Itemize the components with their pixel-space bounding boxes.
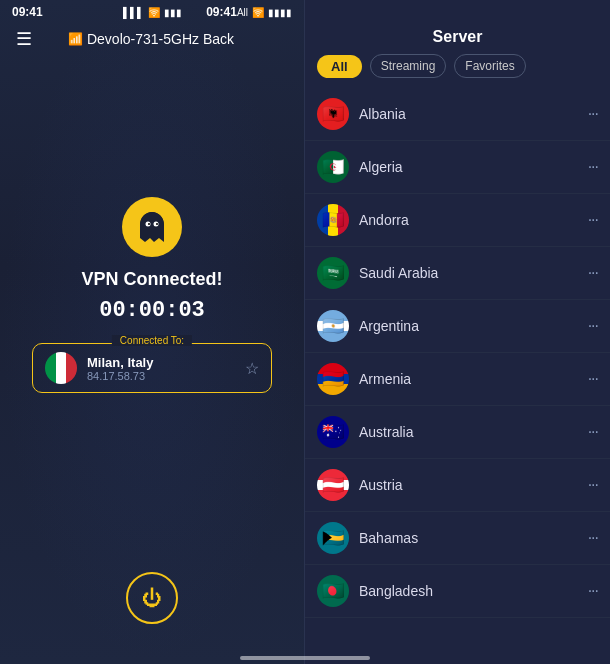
server-title: Server (433, 28, 483, 45)
country-flag: 🇧🇸 (317, 522, 349, 554)
country-flag: 🇸🇦 (317, 257, 349, 289)
wifi-icon-right: 🛜 (252, 7, 264, 18)
country-list-item[interactable]: 🇦🇱 Albania ··· (305, 88, 610, 141)
country-name: Saudi Arabia (359, 265, 578, 281)
vpn-timer: 00:00:03 (99, 298, 205, 323)
status-bar: 09:41 ▌▌▌ 🛜 ▮▮▮ 09:41 All 🛜 ▮▮▮▮ (0, 0, 304, 24)
country-name: Algeria (359, 159, 578, 175)
connected-to-label: Connected To: (112, 335, 192, 346)
country-flag: 🇦🇩 (317, 204, 349, 236)
country-name: Austria (359, 477, 578, 493)
network-name-display: 📶 Devolo-731-5GHz Back (68, 31, 234, 47)
country-name: Bangladesh (359, 583, 578, 599)
server-info: Milan, Italy 84.17.58.73 (87, 355, 235, 382)
tab-favorites[interactable]: Favorites (454, 54, 525, 78)
more-options-icon[interactable]: ··· (588, 529, 598, 547)
tab-all[interactable]: All (317, 55, 362, 78)
country-list-item[interactable]: 🇦🇷 Argentina ··· (305, 300, 610, 353)
status-bar-right: 09:41 All 🛜 ▮▮▮▮ (194, 5, 304, 19)
connected-server-row[interactable]: Milan, Italy 84.17.58.73 ☆ (45, 352, 259, 384)
left-panel: 09:41 ▌▌▌ 🛜 ▮▮▮ 09:41 All 🛜 ▮▮▮▮ ☰ 📶 Dev… (0, 0, 305, 664)
country-flag: 🇦🇲 (317, 363, 349, 395)
country-name: Bahamas (359, 530, 578, 546)
country-name: Armenia (359, 371, 578, 387)
country-list: 🇦🇱 Albania ··· 🇩🇿 Algeria ··· 🇦🇩 Andorra… (305, 88, 610, 664)
battery-icon-right: ▮▮▮▮ (268, 7, 292, 18)
more-options-icon[interactable]: ··· (588, 158, 598, 176)
more-options-icon[interactable]: ··· (588, 211, 598, 229)
country-flag: 🇦🇹 (317, 469, 349, 501)
signal-icon: ▌▌▌ (123, 7, 144, 18)
connected-to-box: Connected To: Milan, Italy 84.17.58.73 ☆ (32, 343, 272, 393)
more-options-icon[interactable]: ··· (588, 423, 598, 441)
country-list-item[interactable]: 🇦🇹 Austria ··· (305, 459, 610, 512)
server-ip: 84.17.58.73 (87, 370, 235, 382)
server-name: Milan, Italy (87, 355, 235, 370)
more-options-icon[interactable]: ··· (588, 317, 598, 335)
right-header: Server (305, 0, 610, 54)
all-label: All (237, 7, 248, 18)
power-icon: ⏻ (142, 587, 162, 610)
country-list-item[interactable]: 🇦🇲 Armenia ··· (305, 353, 610, 406)
status-bar-left: 09:41 ▌▌▌ 🛜 ▮▮▮ (0, 5, 194, 19)
more-options-icon[interactable]: ··· (588, 105, 598, 123)
country-list-item[interactable]: 🇧🇸 Bahamas ··· (305, 512, 610, 565)
tab-streaming[interactable]: Streaming (370, 54, 447, 78)
ghost-logo (122, 197, 182, 257)
power-button[interactable]: ⏻ (126, 572, 178, 624)
time-right: 09:41 (206, 5, 237, 19)
vpn-status-area: VPN Connected! 00:00:03 Connected To: Mi… (32, 58, 272, 572)
power-button-area: ⏻ (126, 572, 178, 664)
status-icons-left: ▌▌▌ 🛜 ▮▮▮ (123, 7, 182, 18)
vpn-connected-label: VPN Connected! (81, 269, 222, 290)
favorite-star-icon[interactable]: ☆ (245, 359, 259, 378)
country-flag: 🇩🇿 (317, 151, 349, 183)
country-flag: 🇦🇱 (317, 98, 349, 130)
filter-tabs: All Streaming Favorites (305, 54, 610, 88)
svg-point-3 (148, 223, 150, 225)
country-name: Australia (359, 424, 578, 440)
country-list-item[interactable]: 🇩🇿 Algeria ··· (305, 141, 610, 194)
battery-icon-left: ▮▮▮ (164, 7, 182, 18)
svg-point-4 (156, 223, 158, 225)
country-flag: 🇦🇺 (317, 416, 349, 448)
country-list-item[interactable]: 🇦🇺 Australia ··· (305, 406, 610, 459)
country-flag: 🇦🇷 (317, 310, 349, 342)
wifi-network-icon: 📶 (68, 32, 83, 46)
bottom-bar-indicator (240, 656, 370, 660)
country-list-item[interactable]: 🇧🇩 Bangladesh ··· (305, 565, 610, 618)
right-panel: Server All Streaming Favorites 🇦🇱 Albani… (305, 0, 610, 664)
time-left: 09:41 (12, 5, 43, 19)
more-options-icon[interactable]: ··· (588, 264, 598, 282)
country-flag: 🇧🇩 (317, 575, 349, 607)
country-name: Argentina (359, 318, 578, 334)
connected-server-flag (45, 352, 77, 384)
more-options-icon[interactable]: ··· (588, 582, 598, 600)
wifi-icon-left: 🛜 (148, 7, 160, 18)
more-options-icon[interactable]: ··· (588, 476, 598, 494)
country-name: Albania (359, 106, 578, 122)
country-list-item[interactable]: 🇸🇦 Saudi Arabia ··· (305, 247, 610, 300)
country-list-item[interactable]: 🇦🇩 Andorra ··· (305, 194, 610, 247)
status-icons-right: All 🛜 ▮▮▮▮ (237, 7, 292, 18)
more-options-icon[interactable]: ··· (588, 370, 598, 388)
ghost-svg (134, 209, 170, 245)
country-name: Andorra (359, 212, 578, 228)
network-name-text: Devolo-731-5GHz Back (87, 31, 234, 47)
hamburger-icon[interactable]: ☰ (16, 28, 32, 50)
